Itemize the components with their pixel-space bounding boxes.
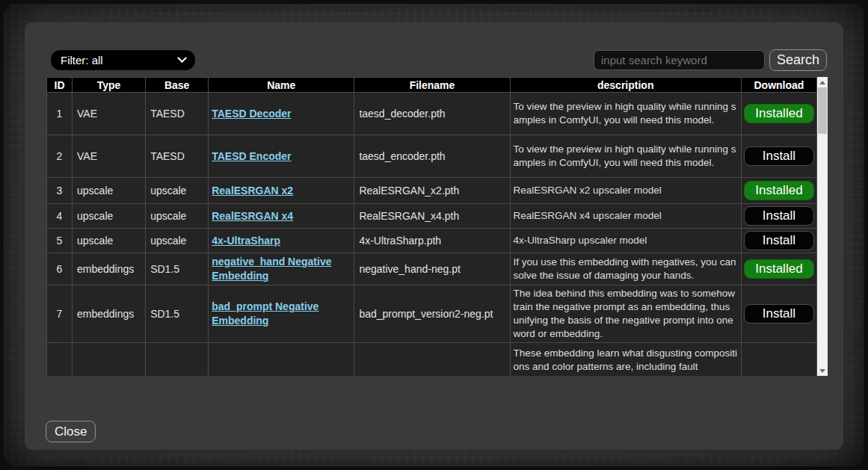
cell-type: upscale xyxy=(73,178,146,204)
cell-description: The idea behind this embedding was to so… xyxy=(510,285,741,343)
cell-download: Installed xyxy=(741,93,816,135)
cell-filename: negative_hand-neg.pt xyxy=(354,253,510,285)
cell-id: 1 xyxy=(47,93,73,135)
cell-download xyxy=(741,343,816,377)
cell-description: RealESRGAN x4 upscaler model xyxy=(510,204,741,229)
cell-name: negative_hand Negative Embedding xyxy=(209,253,354,285)
cell-description: 4x-UltraSharp upscaler model xyxy=(510,229,741,253)
table-body: 1 VAE TAESD TAESD Decoder taesd_decoder.… xyxy=(47,93,817,377)
cell-filename: RealESRGAN_x4.pth xyxy=(354,204,510,229)
cell-id: 7 xyxy=(47,285,73,343)
table-row: 5 upscale upscale 4x-UltraSharp 4x-Ultra… xyxy=(47,229,817,253)
cell-base xyxy=(146,343,209,377)
cell-type: upscale xyxy=(73,204,146,229)
model-name-link[interactable]: TAESD Encoder xyxy=(212,150,291,162)
model-name-link[interactable]: 4x-UltraSharp xyxy=(212,235,280,247)
model-table: IDTypeBaseNameFilenamedescriptionDownloa… xyxy=(46,77,817,376)
cell-base: SD1.5 xyxy=(146,285,209,343)
cell-id: 2 xyxy=(47,135,73,178)
cell-id: 5 xyxy=(47,229,73,253)
table-header-row: IDTypeBaseNameFilenamedescriptionDownloa… xyxy=(47,78,817,93)
cell-id xyxy=(47,343,73,377)
table-row: 3 upscale upscale RealESRGAN x2 RealESRG… xyxy=(47,178,817,204)
cell-type: embeddings xyxy=(73,285,146,343)
cell-filename: taesd_encoder.pth xyxy=(354,135,510,178)
cell-filename: bad_prompt_version2-neg.pt xyxy=(354,285,510,343)
model-name-link[interactable]: negative_hand Negative Embedding xyxy=(212,256,331,282)
close-button[interactable]: Close xyxy=(46,421,96,442)
cell-description: If you use this embedding with negatives… xyxy=(510,253,741,285)
cell-base: TAESD xyxy=(146,135,209,178)
table-scrollbar[interactable] xyxy=(817,77,828,376)
model-manager-dialog: Filter: all Search IDTypeBaseNameFilenam… xyxy=(25,22,843,450)
cell-name: TAESD Decoder xyxy=(209,93,354,135)
column-header-base: Base xyxy=(146,78,209,93)
column-header-id: ID xyxy=(47,78,73,93)
cell-filename: RealESRGAN_x2.pth xyxy=(354,178,510,204)
cell-filename xyxy=(354,343,510,377)
install-button[interactable]: Installed xyxy=(744,104,814,123)
cell-name: bad_prompt Negative Embedding xyxy=(209,285,354,343)
cell-description: These embedding learn what disgusting co… xyxy=(510,343,741,377)
column-header-filename: Filename xyxy=(354,78,510,93)
install-button[interactable]: Install xyxy=(744,146,814,166)
cell-download: Install xyxy=(741,135,816,178)
install-button[interactable]: Install xyxy=(744,206,814,226)
cell-id: 3 xyxy=(47,178,73,204)
table-row: 1 VAE TAESD TAESD Decoder taesd_decoder.… xyxy=(47,93,817,135)
cell-download: Install xyxy=(741,285,816,343)
table-row: 6 embeddings SD1.5 negative_hand Negativ… xyxy=(47,253,817,285)
model-name-link[interactable]: TAESD Decoder xyxy=(212,108,291,120)
cell-base: upscale xyxy=(146,178,209,204)
install-button[interactable]: Install xyxy=(744,231,814,250)
model-name-link[interactable]: RealESRGAN x2 xyxy=(212,185,293,197)
cell-type: embeddings xyxy=(73,253,146,285)
cell-download: Installed xyxy=(741,178,816,204)
cell-description: To view the preview in high quality whil… xyxy=(510,93,741,135)
column-header-download: Download xyxy=(741,78,816,93)
install-button[interactable]: Installed xyxy=(744,259,814,279)
model-name-link[interactable]: RealESRGAN x4 xyxy=(212,210,293,222)
cell-download: Installed xyxy=(741,253,816,285)
scroll-up-arrow-icon[interactable] xyxy=(817,77,828,87)
cell-name: RealESRGAN x4 xyxy=(209,204,354,229)
cell-type: upscale xyxy=(73,229,146,253)
scroll-down-arrow-icon[interactable] xyxy=(817,365,828,376)
cell-filename: 4x-UltraSharp.pth xyxy=(354,229,510,253)
column-header-description: description xyxy=(510,78,741,93)
table-row: 2 VAE TAESD TAESD Encoder taesd_encoder.… xyxy=(47,135,817,178)
scrollbar-thumb[interactable] xyxy=(818,87,827,134)
chevron-down-icon xyxy=(177,53,187,63)
cell-description: RealESRGAN x2 upscaler model xyxy=(510,178,741,204)
cell-name: RealESRGAN x2 xyxy=(209,178,354,204)
cell-base: TAESD xyxy=(146,93,209,135)
search-button[interactable]: Search xyxy=(769,49,827,71)
cell-id: 6 xyxy=(47,253,73,285)
cell-type: VAE xyxy=(73,93,146,135)
cell-name xyxy=(209,343,354,377)
cell-download: Install xyxy=(741,229,816,253)
install-button[interactable]: Install xyxy=(744,304,814,324)
cell-type: VAE xyxy=(73,135,146,178)
cell-filename: taesd_decoder.pth xyxy=(354,93,510,135)
search-input[interactable] xyxy=(594,50,765,70)
cell-description: To view the preview in high quality whil… xyxy=(510,135,741,178)
model-table-container: IDTypeBaseNameFilenamedescriptionDownloa… xyxy=(46,77,828,376)
filter-selected-label: Filter: all xyxy=(61,54,103,67)
install-button[interactable]: Installed xyxy=(744,181,814,200)
cell-id: 4 xyxy=(47,204,73,229)
cell-name: TAESD Encoder xyxy=(209,135,354,178)
cell-base: upscale xyxy=(146,204,209,229)
cell-download: Install xyxy=(741,204,816,229)
table-row: 4 upscale upscale RealESRGAN x4 RealESRG… xyxy=(47,204,817,229)
comfyui-canvas: Filter: all Search IDTypeBaseNameFilenam… xyxy=(4,4,864,466)
cell-name: 4x-UltraSharp xyxy=(209,229,354,253)
column-header-type: Type xyxy=(73,78,146,93)
cell-base: SD1.5 xyxy=(146,253,209,285)
column-header-name: Name xyxy=(209,78,354,93)
cell-base: upscale xyxy=(146,229,209,253)
filter-dropdown[interactable]: Filter: all xyxy=(51,50,195,70)
model-name-link[interactable]: bad_prompt Negative Embedding xyxy=(212,300,318,327)
cell-type xyxy=(73,343,146,377)
table-row: 7 embeddings SD1.5 bad_prompt Negative E… xyxy=(47,285,817,343)
